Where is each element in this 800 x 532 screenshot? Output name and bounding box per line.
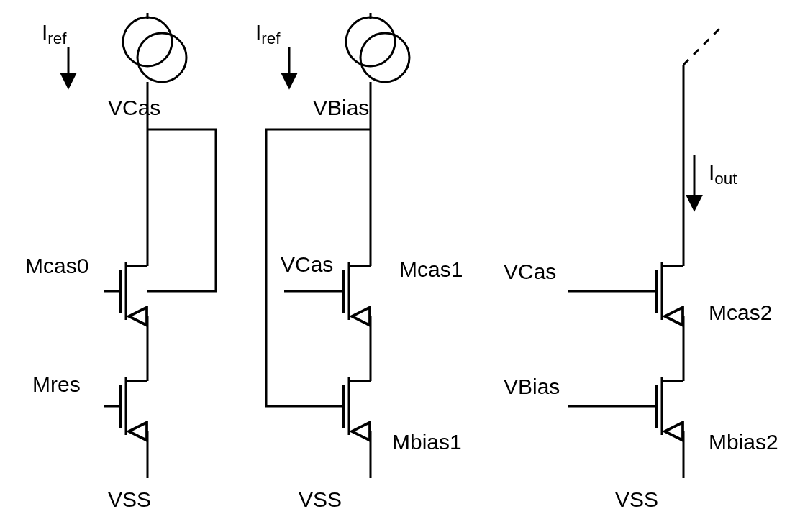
mcas2-label: Mcas2 [709,301,772,324]
current-source-2 [346,13,409,92]
vss2-label: VSS [299,487,342,511]
mcas0-transistor [104,248,147,334]
vcas-mcas1-label: VCas [281,252,333,276]
iref1-label: Iref [42,20,67,47]
mcas1-label: Mcas1 [399,257,463,281]
vcas-mcas2-label: VCas [504,260,556,283]
cascode-mirror-diagram: Iref VCas Mcas0 Mres VSS Iref VBias Mcas… [0,0,800,532]
current-source-1 [123,13,186,92]
mbias2-label: Mbias2 [709,430,778,454]
mbias2-transistor [640,363,683,449]
vbias-mbias2-label: VBias [504,375,560,398]
mbias1-label: Mbias1 [392,430,462,454]
mcas1-transistor [327,248,371,334]
vcas-node-label: VCas [108,96,160,119]
iref2-label: Iref [255,20,281,47]
vcas-feedback-wire [147,129,216,291]
mcas2-transistor [640,248,683,334]
output-continuation [683,25,723,65]
mcas0-label: Mcas0 [25,254,88,278]
vss3-label: VSS [615,487,658,511]
mres-label: Mres [32,372,81,396]
vbias-node-label: VBias [313,96,369,119]
mres-transistor [104,363,147,449]
iout-label: Iout [709,160,737,188]
vss1-label: VSS [108,487,151,511]
mbias1-transistor [327,363,371,449]
